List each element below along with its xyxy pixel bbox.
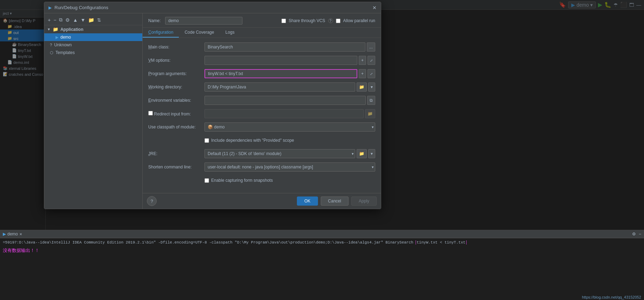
tab-configuration-rest: onfiguration <box>151 30 174 35</box>
terminal-output-line: 没有数据输出！！ <box>3 247 641 254</box>
shorten-cmd-select[interactable]: user-local default: none - java [options… <box>204 162 375 172</box>
program-args-input-group: + ⤢ <box>204 69 375 78</box>
tree-item-demo[interactable]: ▶ demo <box>44 33 142 41</box>
shorten-cmd-select-wrapper: user-local default: none - java [options… <box>204 162 375 172</box>
remove-config-icon[interactable]: − <box>53 16 57 24</box>
redirect-folder-btn[interactable]: 📁 <box>365 109 375 118</box>
program-args-row: Program arguments: + ⤢ <box>148 69 375 79</box>
share-vcs-help-icon[interactable]: ? <box>328 18 333 23</box>
form-snapshots-checkbox[interactable] <box>204 178 209 183</box>
program-args-label: Program arguments: <box>148 71 204 76</box>
tree-templates-label: Templates <box>56 50 75 55</box>
program-args-add-btn[interactable]: + <box>359 69 366 78</box>
terminal-tab-icon: ▶ <box>3 232 6 236</box>
shorten-cmd-row: Shorten command line: user-local default… <box>148 162 375 172</box>
vm-options-add-btn[interactable]: + <box>359 56 366 65</box>
add-config-icon[interactable]: + <box>47 16 51 24</box>
terminal-tab-demo[interactable]: ▶ demo ✕ <box>3 232 22 236</box>
working-dir-row: Working directory: 📁 ▾ <box>148 82 375 92</box>
help-button[interactable]: ? <box>147 196 157 206</box>
share-vcs-row: Share through VCS ? Allow parallel run <box>281 18 375 23</box>
allow-parallel-checkbox[interactable] <box>336 19 340 23</box>
vm-options-label: VM options: <box>148 58 204 63</box>
ok-button[interactable]: OK <box>297 196 318 206</box>
tree-item-templates[interactable]: ⬡ Templates <box>44 49 142 56</box>
jre-label: JRE: <box>148 151 204 156</box>
classpath-select[interactable]: 📦 demo <box>204 122 375 132</box>
moveup-config-icon[interactable]: ▲ <box>72 16 78 24</box>
dialog-icon: ▶ <box>48 5 52 10</box>
terminal-area: ▶ demo ✕ ⚙ − =59197:D:\Java--idea\Intell… <box>0 230 644 300</box>
application-folder-icon: 📁 <box>53 27 58 32</box>
tree-item-application-group[interactable]: ▼ 📁 Application <box>44 25 142 33</box>
allow-parallel-label: Allow parallel run <box>343 18 375 23</box>
working-dir-folder-btn[interactable]: 📁 <box>357 82 367 92</box>
jre-folder-btn[interactable]: 📁 <box>357 149 367 158</box>
redirect-input-row: Redirect input from: 📁 <box>148 109 375 119</box>
vm-options-input-group: + ⤢ <box>204 56 375 65</box>
sort-config-icon[interactable]: ⇅ <box>96 16 102 24</box>
redirect-input-group: 📁 <box>204 109 375 118</box>
main-class-input[interactable] <box>204 42 365 52</box>
tree-application-label: Application <box>60 27 83 32</box>
vm-options-input[interactable] <box>204 56 357 65</box>
main-class-browse-btn[interactable]: ... <box>367 42 375 52</box>
templates-icon: ⬡ <box>50 51 53 55</box>
shorten-cmd-label: Shorten command line: <box>148 165 204 169</box>
config-tree: + − ⧉ ⚙ ▲ ▼ 📁 ⇅ ▼ 📁 Application ▶ <box>44 13 143 209</box>
working-dir-input[interactable] <box>204 82 355 92</box>
movedown-config-icon[interactable]: ▼ <box>80 16 86 24</box>
tab-logs[interactable]: Logs <box>220 28 240 38</box>
jre-dropdown-btn[interactable]: ▾ <box>368 149 375 158</box>
terminal-minimize-icon[interactable]: − <box>639 232 641 236</box>
form-tabs: Configuration Code Coverage Logs <box>143 28 381 38</box>
terminal-tab-close[interactable]: ✕ <box>19 232 22 236</box>
env-vars-copy-btn[interactable]: ⧉ <box>367 96 375 105</box>
classpath-select-group: 📦 demo <box>204 122 375 132</box>
name-input[interactable] <box>165 17 242 25</box>
program-args-input[interactable] <box>204 69 357 78</box>
classpath-row: Use classpath of module: 📦 demo <box>148 122 375 132</box>
redirect-input[interactable] <box>204 109 364 118</box>
redirect-checkbox[interactable] <box>148 111 153 115</box>
env-vars-row: Environment variables: ⧉ <box>148 95 375 105</box>
name-label: Name: <box>148 18 162 23</box>
env-vars-label: Environment variables: <box>148 98 204 103</box>
folder-config-icon[interactable]: 📁 <box>87 16 95 24</box>
terminal-cmd-line: =59197:D:\Java--idea\IntelliJ IDEA Commu… <box>3 240 641 245</box>
form-snapshots-row: Enable capturing form snapshots <box>148 175 375 185</box>
form-snapshots-label: Enable capturing form snapshots <box>211 178 273 183</box>
name-row: Name: Share through VCS ? Allow parallel… <box>143 13 381 28</box>
tab-code-coverage[interactable]: Code Coverage <box>179 28 220 38</box>
tab-configuration[interactable]: Configuration <box>143 28 179 38</box>
program-args-expand-btn[interactable]: ⤢ <box>367 69 375 78</box>
jre-select[interactable]: Default (11 (2) - SDK of 'demo' module) <box>204 149 355 158</box>
tab-code-coverage-label: Code Coverage <box>184 30 214 35</box>
jre-input-group: Default (11 (2) - SDK of 'demo' module) … <box>204 149 375 158</box>
terminal-settings-icon[interactable]: ⚙ <box>632 232 636 236</box>
dialog-body: + − ⧉ ⚙ ▲ ▼ 📁 ⇅ ▼ 📁 Application ▶ <box>44 13 381 209</box>
working-dir-dropdown-btn[interactable]: ▾ <box>368 82 375 92</box>
include-deps-checkbox[interactable] <box>204 138 209 143</box>
config-tree-toolbar: + − ⧉ ⚙ ▲ ▼ 📁 ⇅ <box>44 15 142 25</box>
dialog-footer: ? OK Cancel Apply <box>143 193 381 209</box>
dialog-title: Run/Debug Configurations <box>54 5 108 10</box>
close-button[interactable]: ✕ <box>372 5 377 10</box>
run-debug-dialog: ▶ Run/Debug Configurations ✕ + − ⧉ ⚙ ▲ ▼… <box>44 2 381 209</box>
share-vcs-checkbox[interactable] <box>281 19 286 23</box>
terminal-right-icons: ⚙ − <box>632 232 641 236</box>
demo-app-icon: ▶ <box>56 35 58 40</box>
tree-arrow-application: ▼ <box>47 27 51 31</box>
terminal-header: ▶ demo ✕ ⚙ − <box>0 230 644 238</box>
copy-config-icon[interactable]: ⧉ <box>58 16 63 24</box>
vm-options-expand-btn[interactable]: ⤢ <box>367 56 375 65</box>
tab-logs-label: Logs <box>225 30 234 35</box>
classpath-label: Use classpath of module: <box>148 125 204 129</box>
env-vars-input[interactable] <box>204 96 366 105</box>
tree-item-unknown[interactable]: ? Unknown <box>44 41 142 49</box>
settings-config-icon[interactable]: ⚙ <box>65 16 71 24</box>
share-vcs-label: Share through VCS <box>289 18 325 23</box>
apply-button[interactable]: Apply <box>351 196 377 206</box>
cancel-button[interactable]: Cancel <box>321 196 349 206</box>
url-line: https://blog.csdn.net/qq_43152052 <box>582 295 641 299</box>
